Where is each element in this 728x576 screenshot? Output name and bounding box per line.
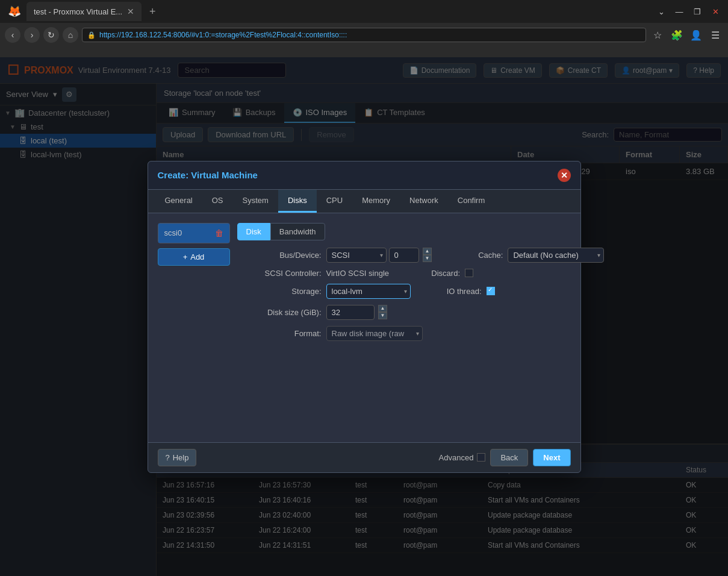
disk-size-up-button[interactable]: ▲ bbox=[378, 305, 388, 312]
reload-button[interactable]: ↻ bbox=[43, 27, 59, 43]
discard-checkbox[interactable] bbox=[465, 269, 473, 277]
disk-list: scsi0 🗑 bbox=[158, 223, 230, 243]
io-thread-checkbox[interactable] bbox=[487, 287, 495, 295]
scsi-controller-value: VirtIO SCSI single bbox=[326, 269, 390, 278]
format-wrapper: Raw disk image (raw ▾ bbox=[326, 326, 423, 341]
address-text: https://192.168.122.54:8006/#v1:0:=stora… bbox=[99, 31, 347, 39]
modal-help-button[interactable]: ? Help bbox=[158, 449, 197, 466]
forward-nav-button[interactable]: › bbox=[24, 27, 40, 43]
subtab-bandwidth[interactable]: Bandwidth bbox=[270, 223, 325, 240]
bus-type-wrapper: SCSI ▾ bbox=[326, 248, 387, 263]
disk-subtabs: Disk Bandwidth bbox=[237, 223, 605, 240]
bus-device-label: Bus/Device: bbox=[237, 251, 322, 260]
tab-memory[interactable]: Memory bbox=[352, 190, 400, 213]
new-tab-button[interactable]: + bbox=[144, 3, 161, 20]
add-disk-button[interactable]: + Add bbox=[158, 248, 230, 266]
modal-footer: ? Help Advanced Back Next bbox=[148, 442, 580, 472]
scsi-controller-label: SCSI Controller: bbox=[237, 269, 322, 278]
bus-number-spinner: ▲ ▼ bbox=[423, 248, 432, 262]
bookmark-icon[interactable]: ☆ bbox=[650, 27, 665, 43]
io-thread-label: IO thread: bbox=[434, 287, 482, 296]
firefox-icon: 🦊 bbox=[5, 2, 24, 21]
next-button[interactable]: Next bbox=[533, 449, 570, 466]
extensions-icon[interactable]: 🧩 bbox=[669, 27, 685, 43]
home-button[interactable]: ⌂ bbox=[63, 27, 78, 43]
form-row-storage: Storage: local-lvm ▾ IO thread: bbox=[237, 284, 605, 299]
back-button[interactable]: Back bbox=[490, 449, 528, 466]
format-label: Format: bbox=[237, 329, 322, 338]
storage-label: Storage: bbox=[237, 287, 322, 296]
spinner-down-button[interactable]: ▼ bbox=[423, 255, 432, 262]
disk-item-label: scsi0 bbox=[164, 228, 182, 237]
format-select[interactable]: Raw disk image (raw bbox=[326, 326, 423, 341]
disk-config: Disk Bandwidth Bus/Device: SCSI ▾ bbox=[237, 223, 605, 433]
form-row-scsi: SCSI Controller: VirtIO SCSI single Disc… bbox=[237, 269, 605, 278]
tab-menu-icon[interactable]: ⌄ bbox=[653, 4, 669, 19]
storage-wrapper: local-lvm ▾ bbox=[326, 284, 411, 299]
form-row-disk-size: Disk size (GiB): ▲ ▼ bbox=[237, 305, 605, 320]
modal-title-bar: Create: Virtual Machine ✕ bbox=[148, 161, 580, 190]
tab-disks[interactable]: Disks bbox=[278, 190, 317, 213]
close-window-icon[interactable]: ✕ bbox=[708, 4, 723, 19]
disk-size-input[interactable] bbox=[326, 305, 375, 320]
spinner-up-button[interactable]: ▲ bbox=[423, 248, 432, 255]
create-vm-modal: Create: Virtual Machine ✕ General OS Sys… bbox=[148, 161, 581, 473]
tab-title: test - Proxmox Virtual E... bbox=[34, 7, 122, 16]
cache-select[interactable]: Default (No cache) bbox=[508, 248, 604, 263]
disk-size-down-button[interactable]: ▼ bbox=[378, 312, 388, 319]
bus-type-select[interactable]: SCSI bbox=[326, 248, 387, 263]
active-tab[interactable]: test - Proxmox Virtual E... ✕ bbox=[26, 2, 142, 21]
disk-size-field: ▲ ▼ bbox=[326, 305, 388, 320]
form-row-format: Format: Raw disk image (raw ▾ bbox=[237, 326, 605, 341]
footer-left: ? Help bbox=[158, 449, 197, 466]
storage-select[interactable]: local-lvm bbox=[326, 284, 411, 299]
minimize-icon[interactable]: — bbox=[671, 4, 687, 19]
nav-bar: ‹ › ↻ ⌂ 🔒 https://192.168.122.54:8006/#v… bbox=[0, 23, 728, 47]
modal-tabs: General OS System Disks CPU Memory Netwo… bbox=[148, 190, 580, 213]
menu-icon[interactable]: ☰ bbox=[708, 27, 723, 43]
bus-type-field: SCSI ▾ ▲ ▼ bbox=[326, 248, 432, 263]
footer-right: Advanced Back Next bbox=[439, 449, 571, 466]
cache-label: Cache: bbox=[455, 251, 503, 260]
tab-cpu[interactable]: CPU bbox=[317, 190, 352, 213]
modal-close-button[interactable]: ✕ bbox=[558, 169, 571, 182]
advanced-option: Advanced bbox=[439, 453, 486, 462]
add-icon: + bbox=[183, 252, 188, 261]
back-nav-button[interactable]: ‹ bbox=[5, 27, 20, 43]
modal-title: Create: Virtual Machine bbox=[158, 170, 258, 180]
disk-size-spinner: ▲ ▼ bbox=[378, 305, 388, 319]
tab-bar: 🦊 test - Proxmox Virtual E... ✕ + ⌄ — ❐ … bbox=[0, 0, 728, 23]
disk-delete-icon[interactable]: 🗑 bbox=[215, 228, 223, 238]
advanced-checkbox[interactable] bbox=[477, 453, 485, 462]
discard-label: Discard: bbox=[424, 269, 460, 278]
tab-confirm[interactable]: Confirm bbox=[448, 190, 495, 213]
disk-size-label: Disk size (GiB): bbox=[237, 308, 322, 317]
help-circle-icon: ? bbox=[166, 453, 170, 462]
address-bar[interactable]: 🔒 https://192.168.122.54:8006/#v1:0:=sto… bbox=[82, 28, 646, 42]
modal-body: scsi0 🗑 + Add Disk Bandwidth Bu bbox=[148, 213, 580, 442]
tab-os[interactable]: OS bbox=[202, 190, 233, 213]
tab-network[interactable]: Network bbox=[400, 190, 448, 213]
subtab-disk[interactable]: Disk bbox=[237, 223, 270, 240]
disk-list-panel: scsi0 🗑 + Add bbox=[158, 223, 230, 433]
form-row-bus: Bus/Device: SCSI ▾ ▲ ▼ bbox=[237, 248, 605, 263]
cache-wrapper: Default (No cache) ▾ bbox=[508, 248, 604, 263]
profile-icon[interactable]: 👤 bbox=[688, 27, 704, 43]
bus-number-input[interactable] bbox=[389, 248, 419, 263]
lock-icon: 🔒 bbox=[87, 31, 96, 39]
nav-right-icons: ☆ 🧩 👤 ☰ bbox=[650, 27, 723, 43]
restore-icon[interactable]: ❐ bbox=[689, 4, 705, 19]
tab-close-button[interactable]: ✕ bbox=[127, 7, 134, 16]
modal-overlay: Create: Virtual Machine ✕ General OS Sys… bbox=[0, 57, 728, 576]
disk-list-item-scsi0[interactable]: scsi0 🗑 bbox=[158, 224, 229, 243]
tab-general[interactable]: General bbox=[155, 190, 202, 213]
tab-system[interactable]: System bbox=[233, 190, 278, 213]
